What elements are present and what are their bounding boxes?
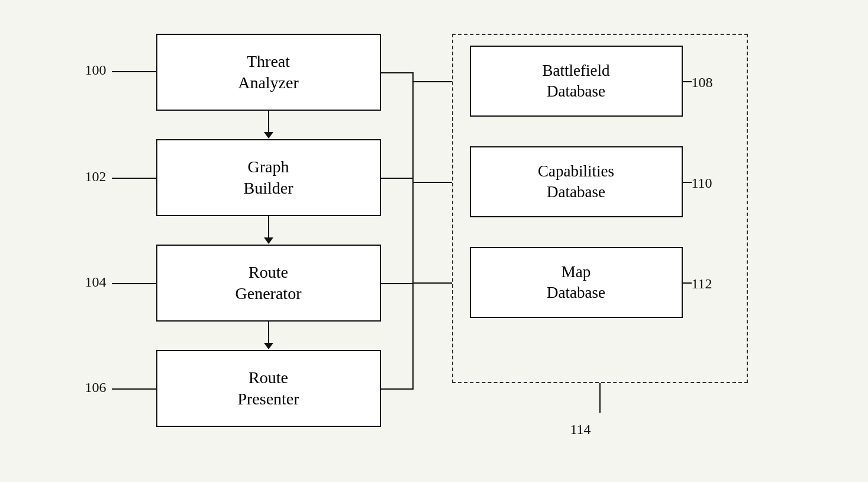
diagram: Threat Analyzer Graph Builder Route Gene… — [50, 16, 819, 466]
graph-builder-label: Graph Builder — [244, 156, 293, 200]
hline-102 — [112, 178, 156, 179]
capabilities-database-label: Capabilities Database — [538, 161, 614, 203]
threat-analyzer-block: Threat Analyzer — [156, 34, 381, 111]
battlefield-database-block: Battlefield Database — [470, 46, 683, 117]
hline-104 — [112, 283, 156, 284]
route-generator-block: Route Generator — [156, 245, 381, 322]
bottom-line-114 — [599, 383, 601, 413]
threat-analyzer-label: Threat Analyzer — [238, 51, 299, 94]
arrow-1 — [268, 111, 269, 133]
route-generator-label: Route Generator — [235, 262, 302, 305]
rline-110 — [683, 182, 692, 183]
conn-100-right — [381, 72, 414, 73]
arrowhead-1 — [264, 132, 273, 139]
label-102: 102 — [85, 169, 107, 185]
label-104: 104 — [85, 274, 107, 290]
route-presenter-block: Route Presenter — [156, 350, 381, 427]
label-100: 100 — [85, 62, 107, 78]
map-database-block: Map Database — [470, 247, 683, 318]
conn-right-110 — [414, 182, 452, 183]
label-106: 106 — [85, 380, 107, 396]
arrow-2 — [268, 216, 269, 239]
conn-right-108 — [414, 81, 452, 82]
hline-100 — [112, 71, 156, 72]
route-presenter-label: Route Presenter — [237, 367, 299, 410]
rline-112 — [683, 282, 692, 284]
map-database-label: Map Database — [547, 262, 605, 303]
label-114: 114 — [570, 422, 591, 438]
conn-104-right — [381, 283, 414, 284]
rline-108 — [683, 81, 692, 82]
arrowhead-2 — [264, 237, 273, 244]
arrowhead-3 — [264, 343, 273, 349]
arrow-3 — [268, 322, 269, 344]
battlefield-database-label: Battlefield Database — [543, 60, 610, 102]
conn-106-right — [381, 388, 414, 390]
hline-106 — [112, 388, 156, 390]
capabilities-database-block: Capabilities Database — [470, 146, 683, 217]
label-108: 108 — [692, 75, 713, 91]
conn-102-right — [381, 178, 414, 179]
conn-right-112 — [414, 282, 452, 284]
vertical-connector-bar — [412, 72, 414, 390]
label-110: 110 — [692, 175, 712, 191]
label-112: 112 — [692, 276, 712, 292]
graph-builder-block: Graph Builder — [156, 139, 381, 216]
